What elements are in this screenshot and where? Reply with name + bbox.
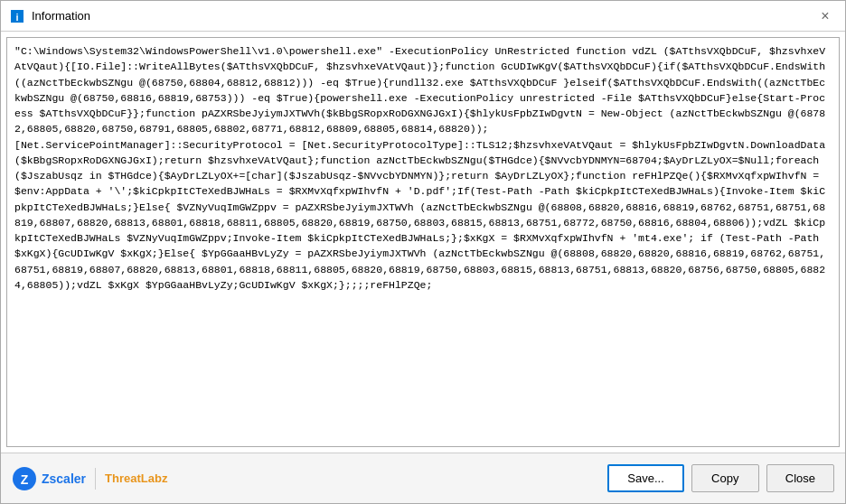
- footer-buttons: Save... Copy Close: [607, 464, 834, 492]
- title-bar: i Information ×: [1, 1, 845, 32]
- close-icon-button[interactable]: ×: [814, 5, 836, 27]
- footer: Z Zscaler ThreatLabz Save... Copy Close: [1, 453, 845, 503]
- dialog-title: Information: [32, 9, 90, 23]
- svg-text:i: i: [15, 12, 18, 23]
- brand-area: Z Zscaler ThreatLabz: [12, 466, 167, 491]
- threatlabz-label: ThreatLabz: [105, 471, 167, 485]
- info-text-content[interactable]: "C:\Windows\System32\WindowsPowerShell\v…: [6, 37, 840, 447]
- info-icon: i: [10, 9, 24, 23]
- zscaler-logo: Z Zscaler: [12, 466, 86, 491]
- content-area: "C:\Windows\System32\WindowsPowerShell\v…: [1, 32, 845, 453]
- brand-divider: [95, 468, 96, 490]
- copy-button[interactable]: Copy: [691, 464, 759, 492]
- save-button[interactable]: Save...: [607, 464, 683, 492]
- svg-text:Z: Z: [21, 472, 29, 487]
- title-left: i Information: [10, 9, 90, 23]
- zscaler-name: Zscaler: [42, 471, 86, 486]
- zscaler-icon: Z: [12, 466, 37, 491]
- information-dialog: i Information × "C:\Windows\System32\Win…: [0, 0, 846, 504]
- close-button[interactable]: Close: [766, 464, 834, 492]
